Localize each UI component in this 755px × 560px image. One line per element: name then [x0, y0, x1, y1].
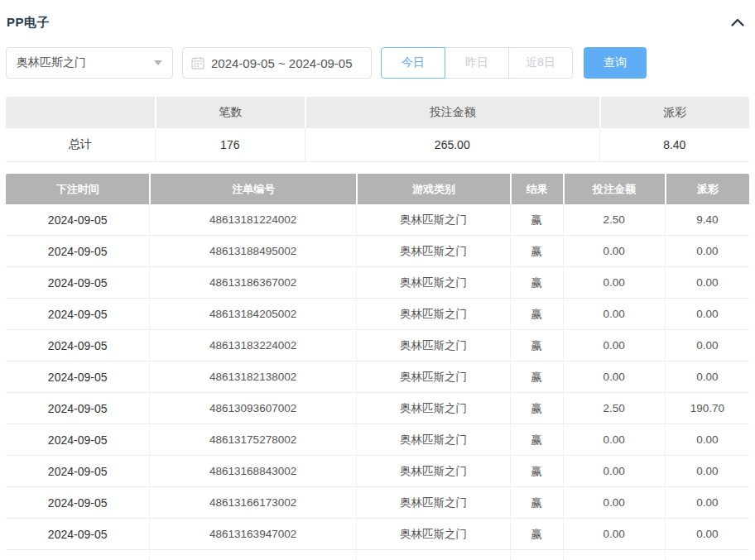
cell-payout: 0.00 [665, 236, 749, 267]
cell-order-id: 48613166173002 [149, 487, 356, 519]
summary-total-bet-amount: 265.00 [305, 128, 599, 162]
pp-electronic-panel: PP电子 奥林匹斯之门 2024-09-05 ~ 20 [0, 0, 755, 560]
cell-bet-amount: 0.00 [563, 299, 665, 330]
cell-order-id: 48613163947002 [149, 519, 356, 550]
cell-result: 赢 [510, 487, 563, 519]
cell-order-id: 48613184205002 [149, 299, 356, 330]
today-button[interactable]: 今日 [381, 47, 445, 79]
header-order-id: 注单编号 [149, 174, 356, 204]
cell-game-type: 奥林匹斯之门 [356, 456, 510, 487]
summary-total-row: 总计 176 265.00 8.40 [6, 128, 749, 162]
cell-bet-time: 2024-09-05 [6, 393, 149, 424]
cell-order-id: 48613182138002 [149, 361, 356, 393]
cell-game-type: 奥林匹斯之门 [356, 487, 510, 519]
cell-game-type: 奥林匹斯之门 [356, 204, 510, 236]
cell-game-type [356, 550, 510, 560]
cell-order-id: 48613186367002 [149, 267, 356, 299]
quick-date-segment: 今日 昨日 近8日 [381, 47, 573, 79]
query-button[interactable]: 查询 [584, 47, 647, 79]
yesterday-button[interactable]: 昨日 [445, 47, 509, 79]
summary-header-blank [6, 97, 155, 128]
cell-game-type: 奥林匹斯之门 [356, 424, 510, 456]
cell-game-type: 奥林匹斯之门 [356, 519, 510, 550]
cell-result: 赢 [510, 456, 563, 487]
cell-payout: 0.00 [665, 330, 749, 361]
cell-result: 赢 [510, 393, 563, 424]
cell-payout: 9.40 [665, 204, 749, 236]
cell-payout: 190.70 [665, 393, 749, 424]
cell-game-type: 奥林匹斯之门 [356, 267, 510, 299]
cell-bet-time: 2024-09-05 [6, 456, 149, 487]
table-row: 2024-09-0548613181224002奥林匹斯之门赢2.509.40 [6, 204, 749, 236]
summary-header-count: 笔数 [155, 97, 305, 128]
cell-order-id: 48613175278002 [149, 424, 356, 456]
cell-game-type: 奥林匹斯之门 [356, 330, 510, 361]
bet-records-table: 下注时间 注单编号 游戏类别 结果 投注金额 派彩 2024-09-054861… [6, 174, 749, 560]
cell-payout: 0.00 [665, 424, 749, 456]
summary-total-count: 176 [155, 128, 305, 162]
cell-result: 赢 [510, 236, 563, 267]
table-row: 2024-09-0548613186367002奥林匹斯之门赢0.000.00 [6, 267, 749, 299]
cell-bet-time: 2024-09-05 [6, 204, 149, 236]
cell-bet-time [6, 550, 149, 560]
cell-bet-amount: 0.00 [563, 236, 665, 267]
game-select[interactable]: 奥林匹斯之门 [6, 47, 173, 79]
table-row: 2024-09-0548613163947002奥林匹斯之门赢0.000.00 [6, 519, 749, 550]
cell-bet-time: 2024-09-05 [6, 299, 149, 330]
cell-bet-time: 2024-09-05 [6, 424, 149, 456]
panel-header: PP电子 [6, 13, 749, 31]
header-game-type: 游戏类别 [356, 174, 510, 204]
cell-bet-time: 2024-09-05 [6, 267, 149, 299]
cell-order-id: 48613181224002 [149, 204, 356, 236]
table-body: 2024-09-0548613181224002奥林匹斯之门赢2.509.402… [6, 204, 749, 560]
table-row: 2024-09-0548613166173002奥林匹斯之门赢0.000.00 [6, 487, 749, 519]
summary-header-row: 笔数 投注金额 派彩 [6, 97, 749, 128]
table-row: 2024-09-0548613175278002奥林匹斯之门赢0.000.00 [6, 424, 749, 456]
cell-payout: 0.00 [665, 361, 749, 393]
table-row: 2024-09-0548613184205002奥林匹斯之门赢0.000.00 [6, 299, 749, 330]
table-row: 2024-09-0548613168843002奥林匹斯之门赢0.000.00 [6, 456, 749, 487]
cell-game-type: 奥林匹斯之门 [356, 299, 510, 330]
chevron-down-icon [154, 60, 162, 65]
cell-bet-amount: 0.00 [563, 330, 665, 361]
cell-payout: 0.00 [665, 456, 749, 487]
filter-bar: 奥林匹斯之门 2024-09-05 ~ 2024-09-05 今日 昨日 近8日… [6, 47, 749, 79]
cell-bet-amount: 0.00 [563, 487, 665, 519]
cell-bet-time: 2024-09-05 [6, 519, 149, 550]
cell-result: 赢 [510, 204, 563, 236]
cell-order-id: 48613093607002 [149, 393, 356, 424]
cell-bet-time: 2024-09-05 [6, 361, 149, 393]
cell-bet-time: 2024-09-05 [6, 487, 149, 519]
summary-table: 笔数 投注金额 派彩 总计 176 265.00 8.40 [6, 97, 749, 162]
collapse-panel-button[interactable] [729, 13, 747, 31]
summary-header-payout: 派彩 [599, 97, 749, 128]
cell-payout: 0.00 [665, 519, 749, 550]
cell-payout: 0.00 [665, 487, 749, 519]
header-result: 结果 [510, 174, 563, 204]
cell-game-type: 奥林匹斯之门 [356, 236, 510, 267]
cell-result [510, 550, 563, 560]
summary-header-bet-amount: 投注金额 [305, 97, 599, 128]
cell-bet-amount: 0.00 [563, 424, 665, 456]
cell-bet-amount: 0.00 [563, 456, 665, 487]
table-header-row: 下注时间 注单编号 游戏类别 结果 投注金额 派彩 [6, 174, 749, 204]
cell-bet-time: 2024-09-05 [6, 330, 149, 361]
cell-bet-time: 2024-09-05 [6, 236, 149, 267]
cell-bet-amount: 0.00 [563, 361, 665, 393]
last-8-days-button[interactable]: 近8日 [508, 47, 573, 79]
cell-result: 赢 [510, 267, 563, 299]
cell-bet-amount: 2.50 [563, 204, 665, 236]
chevron-up-icon [731, 18, 744, 26]
cell-result: 赢 [510, 361, 563, 393]
cell-bet-amount [563, 550, 665, 560]
cell-order-id: 48613188495002 [149, 236, 356, 267]
cell-result: 赢 [510, 519, 563, 550]
header-bet-time: 下注时间 [6, 174, 149, 204]
cell-payout [665, 550, 749, 560]
cell-result: 赢 [510, 424, 563, 456]
calendar-icon [191, 56, 204, 69]
game-select-value: 奥林匹斯之门 [17, 55, 86, 70]
cell-result: 赢 [510, 299, 563, 330]
cell-bet-amount: 2.50 [563, 393, 665, 424]
date-range-picker[interactable]: 2024-09-05 ~ 2024-09-05 [182, 47, 372, 79]
